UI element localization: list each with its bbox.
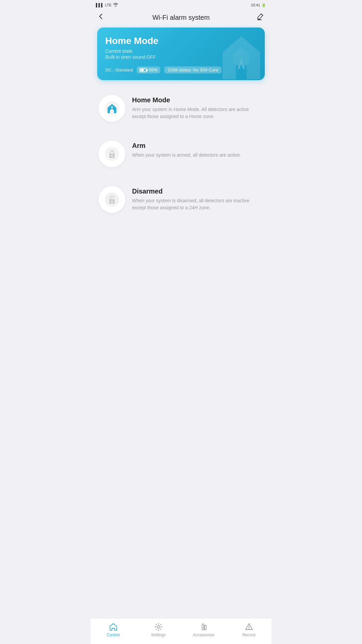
card-gsm-status: GSM status: No SIM Card	[164, 66, 221, 73]
mode-item-home[interactable]: Home Mode Arm your system in Home Mode. …	[90, 86, 272, 131]
mode-title-home: Home Mode	[132, 96, 263, 104]
home-active-icon	[105, 101, 119, 115]
mode-item-disarmed[interactable]: Disarmed When your system is disarmed, a…	[90, 177, 272, 222]
lock-closed-icon	[105, 147, 119, 161]
svg-rect-5	[112, 156, 112, 157]
edit-button[interactable]	[253, 13, 265, 22]
card-watermark	[215, 31, 265, 80]
mode-item-arm[interactable]: Arm When your system is armed, all detec…	[90, 131, 272, 177]
status-card: Home Mode Current state Built-in siren s…	[97, 28, 265, 80]
card-dc-label: DC : Standard	[105, 67, 133, 72]
mode-list: Home Mode Arm your system in Home Mode. …	[90, 86, 272, 322]
status-bar: ▌▌▌ LTE 10:41 🔋	[90, 0, 272, 9]
status-left: ▌▌▌ LTE	[96, 3, 118, 7]
back-button[interactable]	[97, 13, 109, 22]
mode-text-arm: Arm When your system is armed, all detec…	[132, 141, 263, 159]
battery-status: 🔋	[261, 3, 266, 7]
battery-percent: 55%	[149, 67, 158, 72]
page-title: Wi-Fi alarm system	[109, 14, 253, 21]
network-type: LTE	[105, 3, 111, 7]
svg-rect-9	[112, 202, 112, 203]
status-right: 10:41 🔋	[251, 3, 266, 7]
signal-icon: ▌▌▌	[96, 3, 104, 7]
mode-icon-arm-wrap	[99, 141, 125, 167]
mode-title-arm: Arm	[132, 142, 263, 150]
mode-desc-arm: When your system is armed, all detectors…	[132, 152, 263, 159]
mode-desc-disarmed: When your system is disarmed, all detect…	[132, 197, 263, 211]
mode-text-home: Home Mode Arm your system in Home Mode. …	[132, 95, 263, 120]
mode-title-disarmed: Disarmed	[132, 187, 263, 195]
mode-icon-home-wrap	[99, 95, 125, 122]
mode-desc-home: Arm your system in Home Mode. All detect…	[132, 106, 263, 120]
wifi-icon	[113, 3, 118, 7]
mode-icon-disarmed-wrap	[99, 186, 125, 213]
mode-text-disarmed: Disarmed When your system is disarmed, a…	[132, 186, 263, 211]
lock-open-icon	[105, 193, 119, 207]
header: Wi-Fi alarm system	[90, 9, 272, 28]
battery-icon	[139, 68, 147, 72]
time-display: 10:41	[251, 3, 260, 7]
card-battery: 55%	[137, 66, 160, 73]
